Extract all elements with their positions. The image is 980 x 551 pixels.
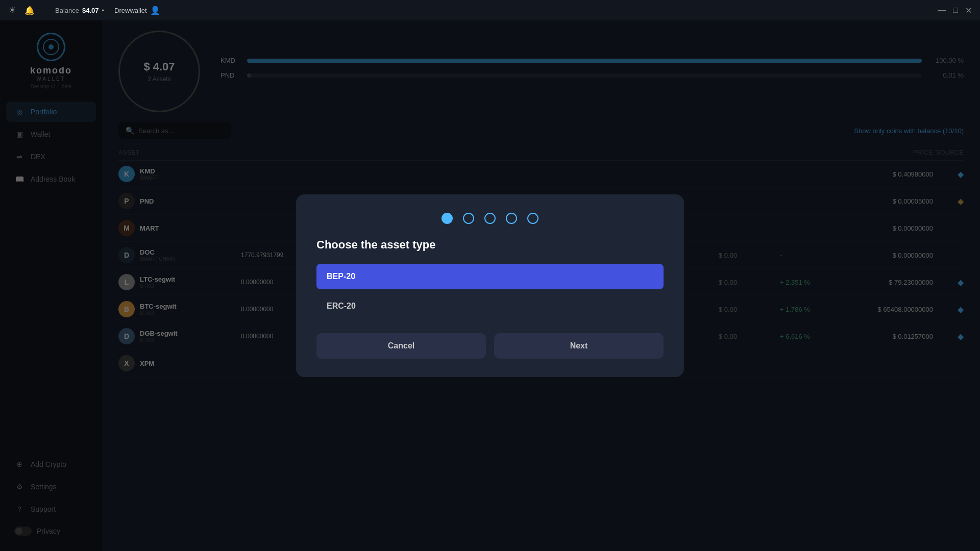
modal-footer: Cancel Next: [316, 333, 664, 359]
step-dot-3: [484, 213, 496, 224]
username-label: Drewwallet: [114, 7, 147, 14]
option-erc20-label: ERC-20: [327, 302, 356, 311]
option-bep20-label: BEP-20: [327, 272, 355, 281]
modal: Choose the asset type BEP-20 ERC-20 Canc…: [296, 194, 684, 377]
bell-icon[interactable]: 🔔: [24, 6, 35, 15]
balance-separator: •: [102, 7, 105, 14]
option-bep20[interactable]: BEP-20: [316, 264, 664, 289]
modal-title: Choose the asset type: [316, 238, 664, 252]
step-dot-2: [463, 213, 474, 224]
step-dot-5: [527, 213, 538, 224]
step-dot-4: [506, 213, 517, 224]
balance-label: Balance: [55, 7, 79, 14]
maximize-button[interactable]: □: [953, 6, 958, 15]
titlebar-user: Drewwallet 👤: [114, 6, 160, 15]
titlebar-balance: Balance $4.07 •: [55, 7, 104, 14]
titlebar-controls: — □ ✕: [938, 6, 972, 15]
sun-icon[interactable]: ☀: [8, 5, 16, 16]
titlebar-left: ☀ 🔔 Balance $4.07 • Drewwallet 👤: [8, 5, 160, 16]
user-icon[interactable]: 👤: [150, 6, 160, 15]
modal-steps: [316, 213, 664, 224]
next-button[interactable]: Next: [494, 333, 664, 359]
balance-amount: $4.07: [82, 7, 99, 14]
minimize-button[interactable]: —: [938, 6, 946, 15]
step-dot-1: [442, 213, 453, 224]
close-button[interactable]: ✕: [965, 6, 972, 15]
option-erc20[interactable]: ERC-20: [316, 293, 664, 319]
cancel-button[interactable]: Cancel: [316, 333, 486, 359]
titlebar-icons: ☀ 🔔: [8, 5, 35, 16]
modal-overlay[interactable]: Choose the asset type BEP-20 ERC-20 Canc…: [0, 20, 980, 551]
titlebar: ☀ 🔔 Balance $4.07 • Drewwallet 👤 — □ ✕: [0, 0, 980, 20]
